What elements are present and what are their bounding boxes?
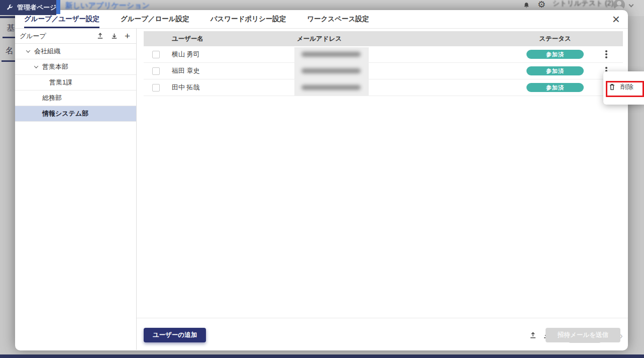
wrench-icon xyxy=(6,4,14,12)
background-accent-strip xyxy=(56,0,60,14)
chevron-down-icon[interactable] xyxy=(34,64,38,68)
background-bottom-bar xyxy=(0,354,644,358)
user-list-panel: ユーザー名 メールアドレス ステータス 横山 勇司 参加済 福田 章史 参 xyxy=(137,29,628,350)
tab-workspace-settings[interactable]: ワークスペース設定 xyxy=(307,10,369,28)
upload-icon[interactable] xyxy=(529,331,537,339)
table-row: 横山 勇司 参加済 xyxy=(144,46,623,63)
tree-item-label: 営業1課 xyxy=(49,78,72,87)
gear-icon: ⚙ xyxy=(538,0,546,10)
close-icon[interactable]: × xyxy=(612,11,620,27)
group-sidebar: グループ + 会社組織 営業本部 xyxy=(15,29,137,350)
tree-item-label: 総務部 xyxy=(42,94,62,103)
admin-page-badge: 管理者ページ xyxy=(0,0,56,15)
table-row: 田中 拓哉 参加済 xyxy=(144,79,623,96)
status-badge: 参加済 xyxy=(526,50,584,59)
bell-icon xyxy=(522,2,530,10)
row-checkbox[interactable] xyxy=(152,51,160,58)
blurred-email xyxy=(301,52,361,57)
download-icon[interactable] xyxy=(111,32,118,40)
kebab-menu-icon[interactable] xyxy=(602,49,610,59)
column-email: メールアドレス xyxy=(291,35,510,43)
column-user-name: ユーザー名 xyxy=(168,35,291,43)
tab-group-role-settings[interactable]: グループ／ロール設定 xyxy=(121,10,189,28)
app-title: 新しいアプリケーション xyxy=(65,1,150,11)
user-name: 横山 勇司 xyxy=(168,50,291,59)
admin-page-label: 管理者ページ xyxy=(17,3,57,12)
tree-item-label: 情報システム部 xyxy=(42,109,88,118)
upload-icon[interactable] xyxy=(96,32,104,40)
tree-item-general-affairs[interactable]: 総務部 xyxy=(15,91,136,106)
tree-item-label: 会社組織 xyxy=(34,47,60,56)
tree-item-company[interactable]: 会社組織 xyxy=(15,44,136,59)
blurred-email xyxy=(301,68,361,73)
tree-item-sales-hq[interactable]: 営業本部 xyxy=(15,59,136,75)
background-partial-tab-1: 基 xyxy=(7,23,15,34)
status-badge: 参加済 xyxy=(526,66,584,75)
background-tab-underline-1 xyxy=(3,37,15,38)
tab-password-policy-settings[interactable]: パスワードポリシー設定 xyxy=(210,10,286,28)
tree-item-label: 営業本部 xyxy=(42,62,68,71)
sidebar-title: グループ xyxy=(20,32,96,41)
dialog-tab-bar: グループ／ユーザー設定 グループ／ロール設定 パスワードポリシー設定 ワークスペ… xyxy=(15,10,628,29)
send-invite-button[interactable]: 招待メールを送信 xyxy=(546,328,620,342)
group-user-settings-dialog: グループ／ユーザー設定 グループ／ロール設定 パスワードポリシー設定 ワークスペ… xyxy=(15,10,628,350)
user-name: 福田 章史 xyxy=(168,66,291,75)
annotation-highlight-box xyxy=(606,81,644,97)
row-checkbox[interactable] xyxy=(152,84,160,92)
background-tab-underline-2 xyxy=(2,60,15,62)
email-blur-overlay xyxy=(294,47,369,96)
chevron-down-icon[interactable] xyxy=(26,48,30,52)
row-checkbox[interactable] xyxy=(152,67,160,75)
background-partial-tab-2: 名 xyxy=(6,46,14,56)
tree-item-sales-1[interactable]: 営業1課 xyxy=(15,75,136,91)
table-row: 福田 章史 参加済 xyxy=(144,63,623,79)
blurred-email xyxy=(301,85,361,90)
footer-divider xyxy=(137,318,628,318)
tree-item-information-systems[interactable]: 情報システム部 xyxy=(15,106,136,122)
add-user-button[interactable]: ユーザーの追加 xyxy=(144,328,206,342)
table-header: ユーザー名 メールアドレス ステータス xyxy=(144,31,623,46)
status-badge: 参加済 xyxy=(526,83,584,92)
account-label: シトリルテスト (2) xyxy=(553,0,613,8)
column-status: ステータス xyxy=(510,35,600,43)
add-group-icon[interactable]: + xyxy=(125,32,130,40)
user-name: 田中 拓哉 xyxy=(168,83,291,92)
